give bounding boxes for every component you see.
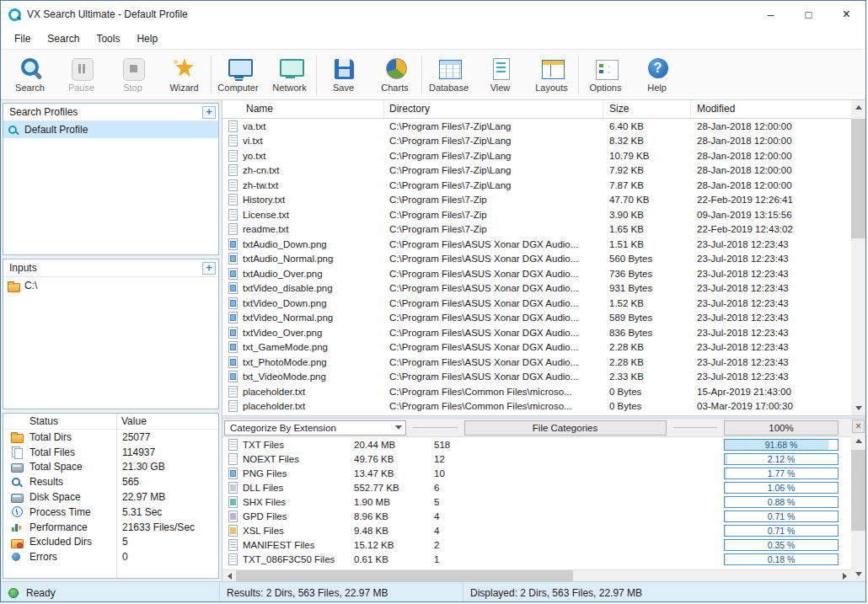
file-modified: 23-Jul-2018 12:23:43 (691, 313, 851, 323)
scrollbar-thumb[interactable] (851, 119, 865, 238)
displayed-summary: Displayed: 2 Dirs, 563 Files, 22.97 MB (463, 587, 865, 599)
scrollbar-track[interactable] (851, 115, 865, 401)
menu-help[interactable]: Help (128, 30, 166, 47)
category-row[interactable]: MANIFEST Files 15.12 KB 2 0.35 % (222, 537, 851, 552)
column-header-name[interactable]: Name (222, 100, 384, 118)
toolbar-options-button[interactable]: Options (580, 56, 631, 93)
add-profile-button[interactable] (202, 106, 216, 119)
categories-scrollbar[interactable] (851, 419, 865, 581)
category-name: DLL Files (243, 483, 354, 493)
scroll-right-button[interactable] (838, 570, 851, 581)
file-row[interactable]: zh-tw.txt C:\Program Files\7-Zip\Lang 7.… (222, 178, 851, 193)
main-content: Search Profiles Default Profile Inputs C… (1, 100, 865, 581)
toolbar-network-button[interactable]: Network (264, 56, 315, 93)
file-row[interactable]: txtVideo_disable.png C:\Program Files\AS… (222, 281, 851, 297)
errors-icon (11, 552, 23, 563)
close-categories-button[interactable] (852, 420, 865, 433)
input-item[interactable]: C:\ (3, 277, 218, 294)
file-size: 10.79 KB (603, 151, 691, 161)
file-results-area: NameDirectorySizeModified va.txt C:\Prog… (222, 100, 865, 415)
toolbar-save-button[interactable]: Save (318, 56, 369, 93)
status-bar: Ready Results: 2 Dirs, 563 Files, 22.97 … (1, 581, 865, 602)
scrollbar-track[interactable] (851, 448, 865, 567)
category-row[interactable]: XSL Files 9.48 KB 4 0.71 % (222, 523, 851, 537)
categories-horizontal-scrollbar[interactable] (222, 569, 851, 581)
categorize-dropdown[interactable]: Categorize By Extension (224, 420, 406, 436)
file-row[interactable]: placeholder.txt C:\Program Files\Common … (222, 384, 851, 399)
category-row[interactable]: NOEXT Files 49.76 KB 12 2.12 % (222, 452, 851, 466)
file-name: zh-tw.txt (243, 180, 384, 190)
toolbar-layouts-button[interactable]: Layouts (526, 56, 577, 93)
category-row[interactable]: TXT Files 20.44 MB 518 91.68 % (222, 437, 851, 452)
category-row[interactable]: DLL Files 552.77 KB 6 1.06 % (222, 480, 851, 494)
toolbar-computer-button[interactable]: Computer (212, 56, 264, 93)
menu-file[interactable]: File (6, 30, 39, 47)
close-button[interactable]: × (828, 1, 865, 28)
file-row[interactable]: zh-cn.txt C:\Program Files\7-Zip\Lang 7.… (222, 163, 851, 179)
category-row[interactable]: TXT_086F3C50 Files 0.61 KB 1 0.18 % (222, 552, 851, 566)
png-file-icon (228, 297, 238, 309)
file-row[interactable]: History.txt C:\Program Files\7-Zip 47.70… (222, 193, 851, 208)
results-icon (11, 477, 23, 488)
scrollbar-track[interactable] (236, 570, 838, 581)
category-percent-bar: 1.77 % (724, 468, 839, 479)
menu-tools[interactable]: Tools (88, 30, 128, 47)
scrollbar-thumb[interactable] (851, 450, 865, 531)
percent-scale-column-header[interactable]: 100% (724, 420, 839, 436)
category-name: TXT Files (243, 440, 354, 450)
search-profiles-header: Search Profiles (3, 104, 218, 121)
minimize-button[interactable]: – (752, 1, 790, 28)
file-row[interactable]: txtAudio_Down.png C:\Program Files\ASUS … (222, 237, 851, 252)
file-row[interactable]: txt_GameMode.png C:\Program Files\ASUS X… (222, 340, 851, 355)
scroll-left-button[interactable] (222, 570, 236, 581)
toolbar-help-button[interactable]: Help (631, 56, 683, 93)
scroll-up-button[interactable] (851, 434, 865, 448)
scrollbar-thumb[interactable] (236, 570, 573, 581)
file-row[interactable]: txtAudio_Normal.png C:\Program Files\ASU… (222, 252, 851, 267)
file-row[interactable]: txt_PhotoMode.png C:\Program Files\ASUS … (222, 355, 851, 370)
file-row[interactable]: readme.txt C:\Program Files\7-Zip 1.65 K… (222, 222, 851, 238)
category-size: 15.12 KB (354, 540, 434, 550)
dropdown-arrow-button[interactable] (391, 421, 405, 435)
file-categories-column-header[interactable]: File Categories (464, 420, 667, 436)
add-input-button[interactable] (202, 262, 216, 275)
column-header-modified[interactable]: Modified (691, 100, 851, 118)
window-controls: – □ × (752, 1, 865, 28)
file-row[interactable]: txtVideo_Down.png C:\Program Files\ASUS … (222, 296, 851, 311)
file-row[interactable]: va.txt C:\Program Files\7-Zip\Lang 6.40 … (222, 119, 851, 134)
category-row[interactable]: GPD Files 8.96 KB 4 0.71 % (222, 509, 851, 523)
maximize-button[interactable]: □ (790, 1, 828, 28)
toolbar-search-button[interactable]: Search (4, 56, 56, 93)
toolbar-view-button[interactable]: View (474, 56, 526, 93)
toolbar-separator (421, 56, 422, 94)
category-row[interactable]: SHX Files 1.90 MB 5 0.88 % (222, 494, 851, 509)
scroll-down-button[interactable] (851, 401, 865, 415)
profile-item[interactable]: Default Profile (3, 121, 218, 138)
toolbar-database-button[interactable]: Database (423, 56, 474, 93)
file-row[interactable]: yo.txt C:\Program Files\7-Zip\Lang 10.79… (222, 148, 851, 163)
toolbar-charts-button[interactable]: Charts (369, 56, 421, 93)
category-row[interactable]: PNG Files 13.47 KB 10 1.77 % (222, 466, 851, 480)
file-row[interactable]: License.txt C:\Program Files\7-Zip 3.90 … (222, 207, 851, 222)
file-row[interactable]: txtVideo_Over.png C:\Program Files\ASUS … (222, 325, 851, 340)
file-directory: C:\Program Files\ASUS Xonar DGX Audio... (384, 357, 603, 367)
pause-icon (67, 56, 96, 82)
disk-icon (11, 492, 23, 503)
file-row[interactable]: txt_VideoMode.png C:\Program Files\ASUS … (222, 370, 851, 385)
file-row[interactable]: txtVideo_Normal.png C:\Program Files\ASU… (222, 311, 851, 326)
scroll-down-button[interactable] (851, 567, 865, 581)
column-header-size[interactable]: Size (603, 100, 691, 118)
search-profiles-title: Search Profiles (9, 106, 202, 118)
category-name: MANIFEST Files (243, 540, 354, 550)
toolbar-wizard-button[interactable]: Wizard (158, 56, 210, 93)
scroll-up-button[interactable] (851, 100, 865, 115)
toolbar-separator (578, 56, 579, 94)
file-row[interactable]: vi.txt C:\Program Files\7-Zip\Lang 8.32 … (222, 134, 851, 149)
file-row[interactable]: txtAudio_Over.png C:\Program Files\ASUS … (222, 266, 851, 281)
toolbar-pause-button: Pause (56, 56, 107, 93)
menu-search[interactable]: Search (39, 30, 88, 47)
file-list-scrollbar[interactable] (851, 100, 865, 415)
column-header-directory[interactable]: Directory (384, 100, 603, 118)
file-row[interactable]: placeholder.txt C:\Program Files\Common … (222, 399, 851, 414)
status-value: 22.97 MB (116, 491, 218, 503)
